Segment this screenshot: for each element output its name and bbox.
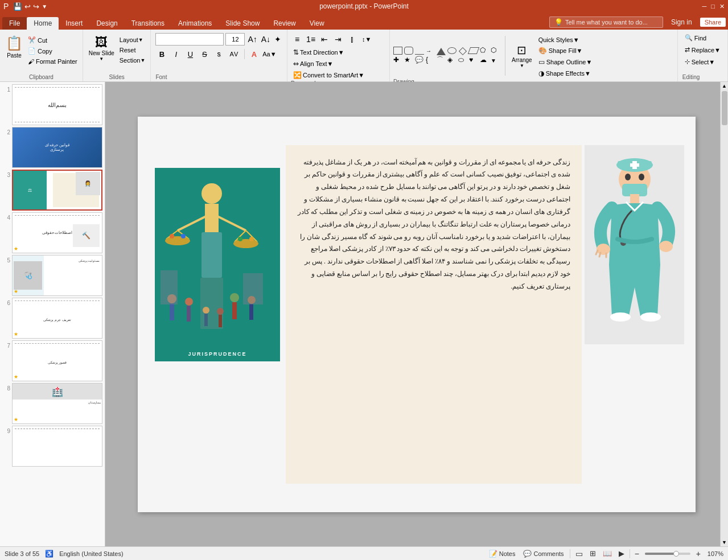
maximize-button[interactable]: □ xyxy=(711,3,715,10)
italic-button[interactable]: I xyxy=(170,48,182,60)
scroll-up-button[interactable]: ▲ xyxy=(721,82,729,90)
zoom-level[interactable]: 107% xyxy=(705,550,723,557)
zoom-out-button[interactable]: − xyxy=(634,549,640,558)
tab-home[interactable]: Home xyxy=(27,17,59,30)
reading-view-button[interactable]: 📖 xyxy=(601,549,614,558)
convert-smartart-button[interactable]: 🔀 Convert to SmartArt▼ xyxy=(291,70,367,80)
undo-qa-button[interactable]: ↩ xyxy=(24,2,31,11)
reset-button[interactable]: Reset xyxy=(118,46,147,55)
shape-custom1[interactable]: ◈ xyxy=(447,56,458,65)
jurisprudence-image[interactable]: JURISPRUDENCE xyxy=(155,168,280,361)
copy-button[interactable]: 📄 Copy xyxy=(26,46,79,56)
redo-qa-button[interactable]: ↪ xyxy=(33,2,39,11)
shape-callout[interactable]: 💬 xyxy=(415,56,425,65)
shape-outline-button[interactable]: ▭ Shape Outline▼ xyxy=(536,57,595,67)
align-text-button[interactable]: ⇔ Align Text▼ xyxy=(291,59,335,69)
font-color-A-button[interactable]: A xyxy=(248,48,260,60)
minimize-button[interactable]: ─ xyxy=(702,3,707,10)
slide-text-box[interactable]: زندگی حرفه ای یا مجموعه ای از مقررات و ق… xyxy=(286,145,582,484)
bullets-button[interactable]: ≡ xyxy=(291,33,303,46)
shape-cylinder[interactable]: ⬭ xyxy=(458,56,468,65)
close-button[interactable]: ✕ xyxy=(719,3,725,10)
shape-hexagon[interactable]: ⬡ xyxy=(491,47,501,56)
tab-review[interactable]: Review xyxy=(266,17,302,30)
zoom-slider[interactable] xyxy=(645,553,690,555)
font-highlight-button[interactable]: Aa▼ xyxy=(262,48,277,60)
shadow-button[interactable]: s xyxy=(212,48,225,60)
scroll-thumb[interactable] xyxy=(722,91,727,125)
decrease-indent-button[interactable]: ⇤ xyxy=(318,33,331,46)
font-name-box[interactable] xyxy=(155,33,224,46)
accessibility-icon[interactable]: ♿ xyxy=(45,550,54,558)
tab-file[interactable]: File xyxy=(2,17,27,30)
slide-thumb-2[interactable]: 2 قوانین حرفه ایپرستاری xyxy=(2,127,102,168)
layout-button[interactable]: Layout▼ xyxy=(118,35,147,44)
shape-arrow[interactable]: → xyxy=(426,47,435,55)
shape-more[interactable]: ▼ xyxy=(491,56,501,65)
shape-pentagon[interactable]: ⬠ xyxy=(480,47,490,56)
normal-view-button[interactable]: ▭ xyxy=(574,549,585,558)
shape-line[interactable] xyxy=(415,47,424,55)
decrease-font-button[interactable]: A↓ xyxy=(260,35,272,44)
numbering-button[interactable]: 1≡ xyxy=(305,33,317,46)
shape-rounded-rect[interactable] xyxy=(404,47,413,55)
section-button[interactable]: Section▼ xyxy=(118,56,147,65)
tell-me-input[interactable]: 💡 Tell me what you want to do... xyxy=(549,17,663,28)
share-button[interactable]: Share xyxy=(700,18,726,27)
replace-button[interactable]: ⇄ Replace▼ xyxy=(682,45,723,55)
paste-button[interactable]: 📋 Paste xyxy=(3,33,25,61)
scroll-down-button[interactable]: ▼ xyxy=(721,538,729,546)
slide-thumb-6[interactable]: 6 تعریف جرم پزشکی ★ xyxy=(2,298,102,339)
increase-indent-button[interactable]: ⇥ xyxy=(332,33,344,46)
strikethrough-button[interactable]: S xyxy=(198,48,211,60)
shape-curve[interactable]: ⌒ xyxy=(437,56,447,65)
increase-font-button[interactable]: A↑ xyxy=(246,35,258,44)
underline-button[interactable]: U xyxy=(184,48,196,60)
shape-parallelogram[interactable] xyxy=(468,47,479,54)
shape-triangle[interactable] xyxy=(437,48,446,55)
save-qa-button[interactable]: 💾 xyxy=(13,2,22,11)
nurse-illustration[interactable] xyxy=(585,145,684,344)
shape-oval[interactable] xyxy=(447,47,456,54)
slide-thumb-5[interactable]: 5 🩺 مسئولیت پزشکی ★ xyxy=(2,255,102,296)
shape-rectangle[interactable] xyxy=(393,47,402,55)
shape-cloud[interactable]: ☁ xyxy=(480,56,490,65)
slide-thumb-8[interactable]: 8 🏥 بیمارستان ★ xyxy=(2,383,102,424)
tab-animations[interactable]: Animations xyxy=(171,17,219,30)
comments-button[interactable]: 💬 Comments xyxy=(521,550,566,558)
slideshow-button[interactable]: ▶ xyxy=(617,549,626,558)
sign-in-button[interactable]: Sign in xyxy=(668,17,696,27)
slide-canvas[interactable]: JURISPRUDENCE زندگی حرفه ای یا مجموعه ای… xyxy=(138,117,696,512)
text-direction-button[interactable]: ⇅ Text Direction▼ xyxy=(291,47,347,57)
clear-format-button[interactable]: ✦ xyxy=(273,35,282,44)
font-size-box[interactable]: 12 xyxy=(225,33,245,46)
bold-button[interactable]: B xyxy=(155,48,168,60)
new-slide-button[interactable]: 🖼 New Slide ▼ xyxy=(87,33,117,64)
shape-fill-button[interactable]: 🎨 Shape Fill▼ xyxy=(536,46,595,56)
tab-transitions[interactable]: Transitions xyxy=(125,17,171,30)
tab-insert[interactable]: Insert xyxy=(59,17,89,30)
tab-design[interactable]: Design xyxy=(89,17,124,30)
arrange-button[interactable]: ⊡ Arrange ▼ xyxy=(509,40,534,72)
qa-dropdown-button[interactable]: ▼ xyxy=(42,3,47,10)
shape-bracket[interactable]: { xyxy=(426,56,436,65)
shape-effects-button[interactable]: ◑ Shape Effects▼ xyxy=(536,68,595,79)
slide-thumb-9[interactable]: 9 xyxy=(2,426,102,467)
shape-star[interactable]: ★ xyxy=(404,56,414,65)
slide-thumb-1[interactable]: 1 بسم‌الله xyxy=(2,84,102,125)
find-button[interactable]: 🔍 Find xyxy=(682,33,723,43)
shape-heart[interactable]: ♥ xyxy=(469,56,479,65)
char-spacing-button[interactable]: AV xyxy=(227,48,241,60)
slide-thumb-7[interactable]: 7 قصور پزشکی ★ xyxy=(2,340,102,381)
line-spacing-button[interactable]: ↕▼ xyxy=(359,33,374,46)
format-painter-button[interactable]: 🖌 Format Painter xyxy=(26,57,79,66)
shape-plus[interactable]: ✚ xyxy=(393,56,404,65)
slide-sorter-button[interactable]: ⊞ xyxy=(588,549,598,558)
tab-view[interactable]: View xyxy=(303,17,331,30)
slide-thumb-4[interactable]: 4 اصطلاحات حقوقی 🔨 ★ xyxy=(2,212,102,253)
shape-diamond[interactable] xyxy=(459,47,467,55)
tab-slideshow[interactable]: Slide Show xyxy=(219,17,266,30)
zoom-slider-thumb[interactable] xyxy=(673,551,679,557)
cut-button[interactable]: ✂️ Cut xyxy=(26,35,79,45)
slide-thumb-3[interactable]: 3 ⚖ متن حقوقی 👩‍⚕️ xyxy=(2,170,102,211)
